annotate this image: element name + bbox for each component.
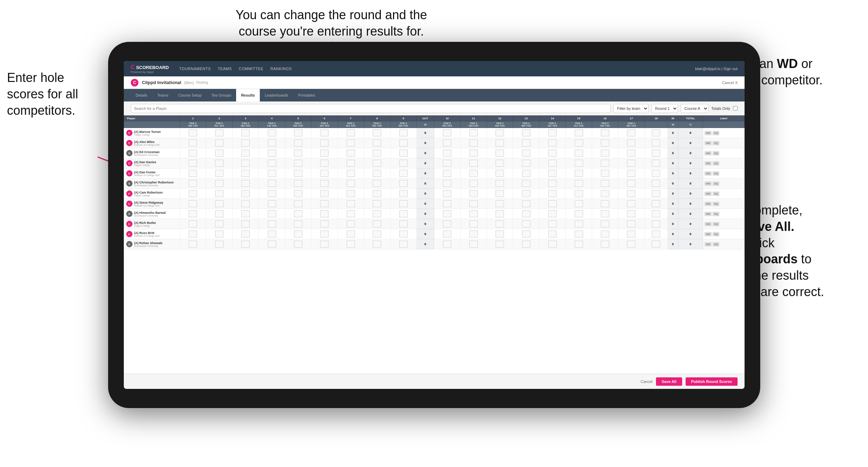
hole-3-input[interactable] bbox=[241, 150, 250, 157]
dq-button[interactable]: DQ bbox=[712, 202, 719, 206]
hole-9-score-cell[interactable] bbox=[390, 219, 416, 229]
hole-16-score-cell[interactable] bbox=[592, 189, 618, 199]
wd-button[interactable]: WD bbox=[704, 141, 712, 145]
hole-18-input[interactable] bbox=[652, 160, 660, 167]
wd-button[interactable]: WD bbox=[704, 161, 712, 166]
hole-13-score-cell[interactable] bbox=[513, 148, 539, 158]
tab-tee-groups[interactable]: Tee Groups bbox=[206, 89, 236, 101]
hole-10-score-cell[interactable] bbox=[434, 168, 460, 179]
hole-16-input[interactable] bbox=[601, 160, 609, 167]
hole-14-score-cell[interactable] bbox=[539, 189, 565, 199]
hole-11-input[interactable] bbox=[469, 129, 478, 136]
hole-17-score-cell[interactable] bbox=[618, 219, 644, 229]
hole-14-input[interactable] bbox=[548, 241, 557, 248]
hole-7-score-cell[interactable] bbox=[338, 128, 364, 138]
hole-9-score-cell[interactable] bbox=[390, 128, 416, 138]
hole-15-input[interactable] bbox=[575, 160, 583, 167]
hole-17-input[interactable] bbox=[627, 231, 635, 238]
hole-12-input[interactable] bbox=[496, 220, 504, 227]
hole-10-input[interactable] bbox=[443, 241, 451, 248]
hole-5-input[interactable] bbox=[294, 170, 302, 177]
hole-6-input[interactable] bbox=[320, 180, 329, 187]
hole-6-score-cell[interactable] bbox=[311, 209, 338, 219]
hole-1-score-cell[interactable] bbox=[180, 239, 206, 249]
hole-8-input[interactable] bbox=[373, 220, 381, 227]
hole-12-input[interactable] bbox=[496, 190, 504, 197]
hole-6-input[interactable] bbox=[320, 220, 329, 227]
hole-14-score-cell[interactable] bbox=[539, 128, 565, 138]
hole-7-input[interactable] bbox=[347, 220, 355, 227]
hole-9-score-cell[interactable] bbox=[390, 158, 416, 168]
hole-18-score-cell[interactable] bbox=[644, 229, 668, 239]
save-all-button[interactable]: Save All bbox=[656, 377, 682, 386]
hole-18-input[interactable] bbox=[652, 140, 660, 146]
hole-9-input[interactable] bbox=[399, 180, 408, 187]
hole-8-input[interactable] bbox=[373, 190, 381, 197]
hole-8-score-cell[interactable] bbox=[364, 148, 390, 158]
hole-14-input[interactable] bbox=[548, 231, 557, 238]
hole-14-input[interactable] bbox=[548, 220, 557, 227]
hole-9-score-cell[interactable] bbox=[390, 209, 416, 219]
course-select[interactable]: Course A bbox=[681, 104, 709, 113]
hole-11-input[interactable] bbox=[469, 140, 478, 146]
hole-2-score-cell[interactable] bbox=[206, 168, 232, 179]
hole-1-input[interactable] bbox=[189, 180, 197, 187]
hole-2-input[interactable] bbox=[215, 170, 224, 177]
hole-1-input[interactable] bbox=[189, 241, 197, 248]
hole-10-score-cell[interactable] bbox=[434, 138, 460, 148]
hole-12-score-cell[interactable] bbox=[487, 189, 513, 199]
hole-16-score-cell[interactable] bbox=[592, 199, 618, 209]
hole-11-score-cell[interactable] bbox=[460, 179, 486, 189]
hole-15-input[interactable] bbox=[575, 231, 583, 238]
hole-13-input[interactable] bbox=[522, 220, 530, 227]
hole-12-score-cell[interactable] bbox=[487, 199, 513, 209]
hole-12-input[interactable] bbox=[496, 129, 504, 136]
hole-4-score-cell[interactable] bbox=[259, 168, 285, 179]
hole-1-score-cell[interactable] bbox=[180, 158, 206, 168]
hole-15-input[interactable] bbox=[575, 200, 583, 207]
hole-6-score-cell[interactable] bbox=[311, 148, 338, 158]
hole-7-score-cell[interactable] bbox=[338, 239, 364, 249]
hole-2-score-cell[interactable] bbox=[206, 138, 232, 148]
hole-1-input[interactable] bbox=[189, 210, 197, 217]
hole-12-input[interactable] bbox=[496, 170, 504, 177]
hole-13-input[interactable] bbox=[522, 190, 530, 197]
hole-10-score-cell[interactable] bbox=[434, 199, 460, 209]
hole-5-score-cell[interactable] bbox=[285, 219, 311, 229]
hole-12-score-cell[interactable] bbox=[487, 128, 513, 138]
hole-11-score-cell[interactable] bbox=[460, 168, 486, 179]
dq-button[interactable]: DQ bbox=[712, 171, 719, 176]
hole-17-input[interactable] bbox=[627, 200, 635, 207]
hole-4-score-cell[interactable] bbox=[259, 239, 285, 249]
hole-2-score-cell[interactable] bbox=[206, 219, 232, 229]
hole-17-input[interactable] bbox=[627, 140, 635, 146]
hole-3-input[interactable] bbox=[241, 231, 250, 238]
hole-4-score-cell[interactable] bbox=[259, 128, 285, 138]
hole-2-input[interactable] bbox=[215, 140, 224, 146]
hole-18-score-cell[interactable] bbox=[644, 189, 668, 199]
hole-4-score-cell[interactable] bbox=[259, 219, 285, 229]
hole-18-input[interactable] bbox=[652, 150, 660, 157]
hole-12-score-cell[interactable] bbox=[487, 219, 513, 229]
hole-2-input[interactable] bbox=[215, 231, 224, 238]
hole-18-score-cell[interactable] bbox=[644, 239, 668, 249]
hole-1-input[interactable] bbox=[189, 231, 197, 238]
hole-13-input[interactable] bbox=[522, 129, 530, 136]
wd-button[interactable]: WD bbox=[704, 191, 712, 196]
hole-8-score-cell[interactable] bbox=[364, 138, 390, 148]
hole-12-score-cell[interactable] bbox=[487, 209, 513, 219]
hole-18-input[interactable] bbox=[652, 231, 660, 238]
hole-7-score-cell[interactable] bbox=[338, 229, 364, 239]
hole-5-score-cell[interactable] bbox=[285, 158, 311, 168]
hole-6-score-cell[interactable] bbox=[311, 199, 338, 209]
hole-1-input[interactable] bbox=[189, 129, 197, 136]
hole-3-score-cell[interactable] bbox=[232, 179, 258, 189]
hole-5-input[interactable] bbox=[294, 190, 302, 197]
hole-7-input[interactable] bbox=[347, 180, 355, 187]
hole-7-score-cell[interactable] bbox=[338, 158, 364, 168]
hole-5-input[interactable] bbox=[294, 140, 302, 146]
hole-16-input[interactable] bbox=[601, 140, 609, 146]
hole-5-score-cell[interactable] bbox=[285, 148, 311, 158]
hole-4-score-cell[interactable] bbox=[259, 138, 285, 148]
hole-14-input[interactable] bbox=[548, 180, 557, 187]
